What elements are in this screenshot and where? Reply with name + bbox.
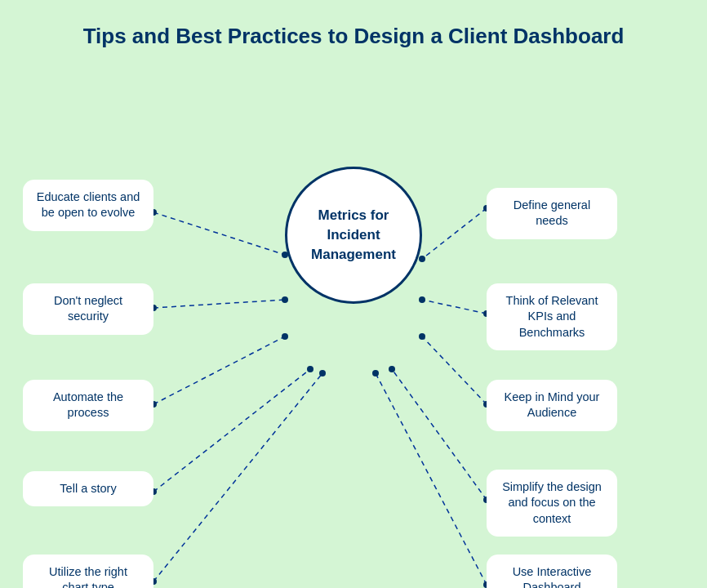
svg-line-2: [153, 300, 285, 308]
svg-line-6: [153, 369, 310, 492]
tip-simplify: Simplify the design and focus on the con…: [487, 470, 617, 537]
center-circle: Metrics for Incident Management: [285, 167, 422, 304]
svg-line-16: [392, 369, 487, 500]
svg-point-22: [282, 333, 288, 340]
svg-line-0: [153, 212, 285, 255]
center-label: Metrics for Incident Management: [303, 198, 404, 272]
tip-kpis: Think of Relevant KPIs and Benchmarks: [487, 283, 617, 351]
svg-point-28: [389, 366, 395, 372]
svg-point-26: [419, 296, 425, 303]
svg-point-24: [319, 370, 326, 376]
diagram-area: Metrics for Incident Management Educate …: [0, 67, 707, 588]
svg-point-21: [282, 296, 288, 303]
svg-point-29: [372, 370, 379, 376]
tip-educate: Educate clients and be open to evolve: [23, 180, 153, 231]
page-title: Tips and Best Practices to Design a Clie…: [34, 0, 674, 67]
main-container: Tips and Best Practices to Design a Clie…: [0, 0, 707, 588]
tip-automate: Automate the process: [23, 380, 153, 431]
svg-line-18: [376, 373, 487, 585]
svg-line-14: [422, 336, 487, 404]
svg-point-25: [419, 256, 425, 262]
tip-security: Don't neglect security: [23, 283, 153, 335]
svg-point-27: [419, 333, 425, 340]
tip-chart: Utilize the right chart type: [23, 555, 153, 588]
svg-line-10: [422, 208, 487, 259]
tip-audience: Keep in Mind your Audience: [487, 380, 617, 431]
svg-line-8: [153, 373, 322, 581]
tip-story: Tell a story: [23, 471, 153, 507]
tip-define: Define general needs: [487, 188, 617, 239]
svg-point-23: [307, 366, 313, 372]
svg-line-4: [153, 336, 285, 404]
svg-line-12: [422, 300, 487, 314]
tip-interactive: Use Interactive Dashboard Elements: [487, 555, 617, 588]
